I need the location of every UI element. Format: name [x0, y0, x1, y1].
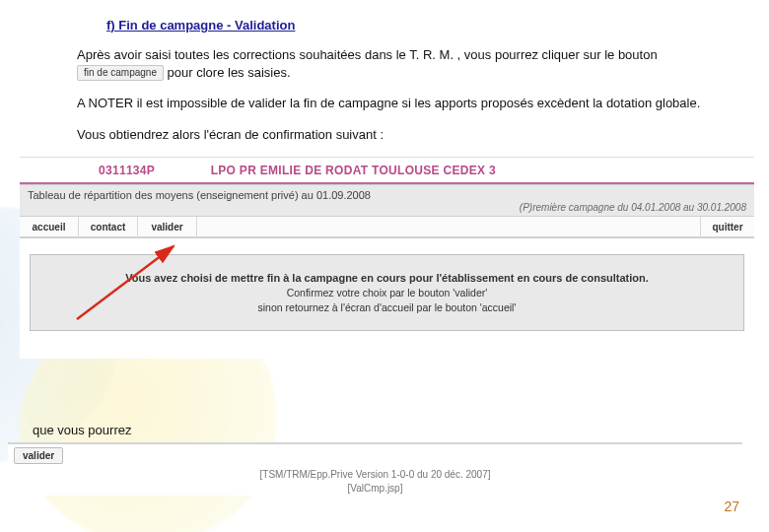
embedded-screenshot: 0311134P LPO PR EMILIE DE RODAT TOULOUSE… [20, 157, 754, 359]
paragraph-3: Vous obtiendrez alors l'écran de confirm… [77, 126, 730, 144]
trm-title-bar: Tableau de répartition des moyens (ensei… [20, 184, 754, 217]
tab-quitter[interactable]: quitter [700, 217, 754, 237]
paragraph-note: A NOTER il est impossible de valider la … [77, 95, 730, 112]
valider-button[interactable]: valider [14, 447, 63, 464]
paragraph-1a: Après avoir saisi toutes les corrections… [77, 47, 658, 62]
section-heading: f) Fin de campagne - Validation [106, 18, 730, 33]
trm-title: Tableau de répartition des moyens (ensei… [28, 189, 746, 201]
version-meta: [TSM/TRM/Epp.Prive Version 1-0-0 du 20 d… [8, 468, 742, 482]
page-number: 27 [724, 499, 739, 514]
school-name: LPO PR EMILIE DE RODAT TOULOUSE CEDEX 3 [211, 164, 496, 177]
school-header: 0311134P LPO PR EMILIE DE RODAT TOULOUSE… [20, 158, 754, 180]
confirmation-box: Vous avez choisi de mettre fin à la camp… [30, 254, 744, 331]
school-code: 0311134P [99, 164, 207, 177]
jsp-meta: [ValCmp.jsp] [8, 482, 742, 496]
footer-text: que vous pourrez [0, 421, 148, 437]
confirm-line-3: sinon retournez à l'écran d'accueil par … [258, 300, 517, 315]
tab-valider[interactable]: valider [138, 217, 197, 237]
fin-de-campagne-button[interactable]: fin de campagne [77, 65, 164, 81]
tab-contact[interactable]: contact [79, 217, 138, 237]
confirm-line-2: Confirmez votre choix par le bouton 'val… [287, 286, 488, 300]
confirm-line-1: Vous avez choisi de mettre fin à la camp… [125, 271, 649, 286]
nav-tabs: accueil contact valider quitter [20, 217, 754, 238]
trm-subtitle: (P)remière campagne du 04.01.2008 au 30.… [28, 202, 746, 213]
paragraph-1: Après avoir saisi toutes les corrections… [77, 46, 730, 81]
tab-accueil[interactable]: accueil [20, 217, 79, 237]
paragraph-1b: pour clore les saisies. [168, 65, 291, 80]
